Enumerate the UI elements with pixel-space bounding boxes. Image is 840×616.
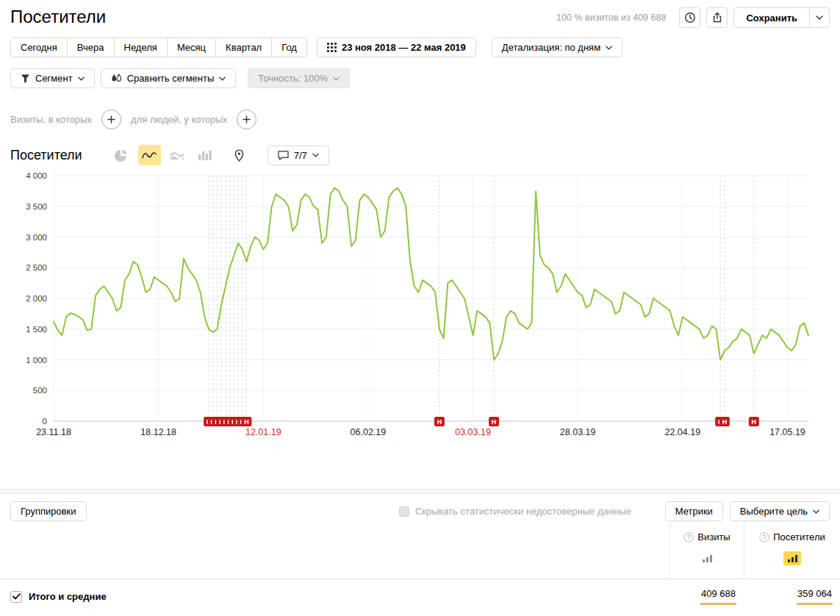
svg-text:2 000: 2 000	[26, 294, 47, 303]
line-chart-icon[interactable]	[138, 145, 161, 165]
chart-title: Посетители	[10, 148, 82, 163]
segment-label: Сегмент	[35, 73, 73, 84]
chevron-down-icon	[606, 46, 612, 50]
svg-text:1 500: 1 500	[26, 325, 47, 334]
chevron-down-icon	[219, 76, 226, 81]
metrica-visitors-page: Посетители 100 % визитов из 409 688 Сохр…	[0, 0, 840, 616]
chevron-down-icon	[816, 15, 823, 20]
svg-text:17.05.19: 17.05.19	[769, 427, 805, 437]
svg-text:Н: Н	[244, 418, 249, 426]
choose-goal-dropdown[interactable]: Выберите цель	[730, 501, 830, 521]
tab-month[interactable]: Месяц	[167, 37, 216, 57]
svg-text:4 000: 4 000	[26, 171, 47, 180]
hide-unreliable-checkbox[interactable]	[399, 506, 409, 517]
svg-text:?: ?	[763, 534, 767, 541]
detail-dropdown[interactable]: Детализация: по дням	[492, 37, 622, 57]
segment-toolbar: Сегмент Сравнить сегменты Точность: 100%	[10, 68, 830, 88]
svg-text:?: ?	[687, 534, 691, 541]
comment-bubble-icon	[278, 151, 289, 160]
tab-week[interactable]: Неделя	[114, 37, 168, 57]
column-visitors-label[interactable]: Посетители	[773, 531, 825, 542]
metrics-button[interactable]: Метрики	[665, 501, 723, 521]
comments-count: 7/7	[294, 150, 307, 161]
period-tab-group: Сегодня Вчера Неделя Месяц Квартал Год	[10, 37, 307, 57]
choose-goal-label: Выберите цель	[740, 506, 808, 517]
filter-row: Визиты, в которых для людей, у которых	[10, 110, 830, 129]
svg-text:Н: Н	[437, 418, 442, 426]
calendar-grid-icon	[327, 43, 337, 52]
column-visits-label[interactable]: Визиты	[697, 531, 730, 542]
svg-text:18.12.18: 18.12.18	[140, 427, 176, 437]
accuracy-dropdown[interactable]: Точность: 100%	[248, 68, 350, 88]
svg-text:23.11.18: 23.11.18	[36, 427, 71, 437]
clock-icon	[684, 12, 696, 24]
svg-text:Н: Н	[492, 418, 497, 426]
period-toolbar: Сегодня Вчера Неделя Месяц Квартал Год 2…	[10, 37, 830, 57]
help-icon[interactable]: ?	[683, 532, 694, 542]
comments-dropdown[interactable]: 7/7	[268, 146, 329, 165]
chevron-down-icon	[78, 76, 85, 81]
totals-checkbox[interactable]	[10, 591, 22, 603]
chevron-down-icon	[312, 153, 319, 157]
tab-yesterday[interactable]: Вчера	[67, 37, 115, 57]
sampling-info: 100 % визитов из 409 688	[556, 12, 666, 23]
add-people-filter-button[interactable]	[237, 110, 256, 129]
pie-chart-icon[interactable]	[110, 145, 133, 165]
map-pin-icon[interactable]	[228, 145, 251, 165]
detail-label: Детализация: по дням	[502, 42, 600, 53]
chevron-down-icon	[333, 76, 340, 81]
chevron-down-icon	[813, 509, 819, 514]
compare-segments-dropdown[interactable]: Сравнить сегменты	[101, 68, 237, 88]
totals-row: Итого и средние 409 688 359 064	[0, 579, 840, 614]
header-actions: 100 % визитов из 409 688 Сохранить	[556, 6, 830, 28]
column-visitors: ? Посетители	[744, 522, 840, 579]
line-chart-svg: 05001 0001 5002 0002 5003 0003 5004 0002…	[6, 170, 833, 443]
sort-by-visits-button[interactable]	[698, 551, 716, 565]
check-icon	[12, 593, 21, 600]
svg-text:0: 0	[43, 417, 47, 426]
svg-text:2 500: 2 500	[26, 263, 47, 272]
sort-bars-icon	[788, 554, 797, 562]
plus-icon	[107, 115, 115, 123]
tab-today[interactable]: Сегодня	[10, 37, 68, 57]
total-visitors-value: 359 064	[744, 588, 840, 605]
header: Посетители 100 % визитов из 409 688 Сохр…	[0, 0, 840, 28]
history-button[interactable]	[679, 7, 700, 28]
tab-quarter[interactable]: Квартал	[215, 37, 272, 57]
svg-text:3 500: 3 500	[26, 202, 47, 211]
compare-segments-label: Сравнить сегменты	[127, 73, 215, 84]
export-button[interactable]	[706, 7, 728, 28]
date-range-button[interactable]: 23 ноя 2018 — 22 мая 2019	[317, 37, 476, 57]
stacked-area-icon[interactable]	[166, 145, 189, 165]
section-separator	[0, 489, 840, 494]
svg-text:06.02.19: 06.02.19	[351, 427, 387, 437]
save-split-button: Сохранить	[733, 7, 830, 28]
help-icon[interactable]: ?	[759, 532, 769, 542]
page-title: Посетители	[10, 6, 106, 28]
groupings-button[interactable]: Группировки	[10, 501, 87, 521]
hide-unreliable-label: Скрывать статистически недостоверные дан…	[415, 506, 631, 517]
sort-by-visitors-button[interactable]	[783, 551, 801, 565]
table-controls: Группировки Скрывать статистически недос…	[0, 501, 840, 522]
svg-text:3 000: 3 000	[26, 233, 47, 242]
metrics-table-header: ? Визиты ? Посетители	[0, 522, 840, 579]
segment-dropdown[interactable]: Сегмент	[10, 68, 95, 88]
visits-filter-label: Визиты, в которых	[10, 114, 92, 125]
save-dropdown-button[interactable]	[809, 8, 829, 27]
svg-text:Н: Н	[752, 418, 757, 426]
tab-year[interactable]: Год	[271, 37, 307, 57]
bar-chart-icon[interactable]	[194, 145, 217, 165]
plus-icon	[243, 115, 251, 123]
total-visits-value: 409 688	[670, 588, 744, 605]
sort-bars-icon	[703, 554, 712, 562]
visitors-chart[interactable]: 05001 0001 5002 0002 5003 0003 5004 0002…	[6, 170, 840, 443]
svg-text:22.04.19: 22.04.19	[664, 427, 700, 437]
svg-text:500: 500	[33, 386, 47, 395]
svg-text:Н: Н	[722, 418, 728, 426]
svg-text:12.01.19: 12.01.19	[245, 427, 281, 437]
save-button[interactable]: Сохранить	[734, 8, 809, 27]
add-visit-filter-button[interactable]	[101, 110, 121, 129]
column-visits: ? Визиты	[670, 522, 744, 579]
chart-type-switcher: 7/7	[110, 145, 329, 165]
chart-header: Посетители 7/7	[10, 145, 830, 165]
